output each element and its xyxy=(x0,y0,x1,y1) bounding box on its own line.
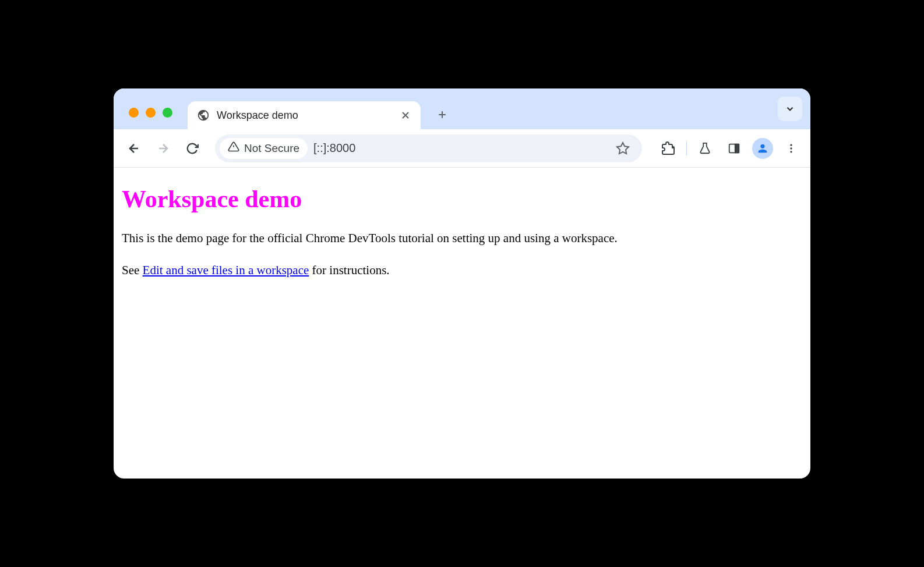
new-tab-button[interactable] xyxy=(431,104,453,126)
browser-toolbar: Not Secure [::]:8000 xyxy=(114,129,810,168)
labs-button[interactable] xyxy=(694,137,716,160)
page-paragraph-2: See Edit and save files in a workspace f… xyxy=(122,263,802,278)
window-controls xyxy=(121,108,181,129)
search-tabs-button[interactable] xyxy=(778,97,802,121)
extensions-button[interactable] xyxy=(657,137,679,160)
maximize-window-button[interactable] xyxy=(163,108,172,118)
menu-button[interactable] xyxy=(780,137,802,160)
globe-icon xyxy=(197,109,210,122)
page-content: Workspace demo This is the demo page for… xyxy=(114,168,810,313)
warning-icon xyxy=(228,141,239,155)
page-paragraph-1: This is the demo page for the official C… xyxy=(122,231,802,246)
tabstrip-right xyxy=(778,97,802,121)
svg-point-7 xyxy=(790,151,792,153)
paragraph-suffix: for instructions. xyxy=(309,263,389,277)
svg-point-5 xyxy=(790,144,792,146)
side-panel-button[interactable] xyxy=(723,137,745,160)
svg-point-6 xyxy=(790,147,792,149)
browser-window: Workspace demo xyxy=(114,88,810,479)
url-text: [::]:8000 xyxy=(313,141,605,155)
browser-tab[interactable]: Workspace demo xyxy=(188,101,421,129)
back-button[interactable] xyxy=(122,136,146,161)
bookmark-button[interactable] xyxy=(611,136,635,161)
toolbar-right xyxy=(653,137,802,160)
close-window-button[interactable] xyxy=(129,108,139,118)
svg-rect-4 xyxy=(735,144,739,153)
profile-button[interactable] xyxy=(752,138,773,159)
forward-button[interactable] xyxy=(151,136,175,161)
tutorial-link[interactable]: Edit and save files in a workspace xyxy=(143,263,309,277)
paragraph-prefix: See xyxy=(122,263,143,277)
page-heading: Workspace demo xyxy=(122,185,802,213)
security-chip[interactable]: Not Secure xyxy=(220,138,308,159)
security-label: Not Secure xyxy=(244,142,299,155)
address-bar[interactable]: Not Secure [::]:8000 xyxy=(215,134,642,162)
toolbar-separator xyxy=(686,141,687,155)
svg-marker-2 xyxy=(617,143,629,154)
minimize-window-button[interactable] xyxy=(146,108,156,118)
reload-button[interactable] xyxy=(180,136,204,161)
tab-strip: Workspace demo xyxy=(114,88,810,129)
close-tab-button[interactable] xyxy=(400,109,411,121)
tab-title: Workspace demo xyxy=(217,109,393,122)
